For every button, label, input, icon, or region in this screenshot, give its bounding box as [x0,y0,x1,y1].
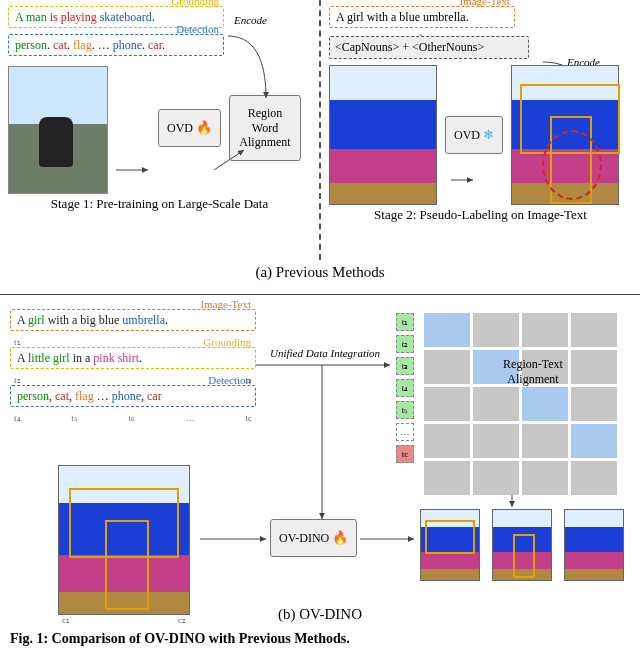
text-token: . … [92,38,113,52]
text-token: . [139,351,142,365]
text-token: car [148,38,162,52]
grid-cell [473,461,519,495]
panel-previous-methods: Grounding A man is playing skateboard. D… [0,0,640,295]
text-token: cat [53,38,67,52]
nouns-box: <CapNouns> + <OtherNouns> [329,36,529,59]
udi-label: Unified Data Integration [270,347,380,359]
grid-cell [473,350,519,384]
text-token: A [17,351,28,365]
imgtext-text-b: A girl with a big blue umbrella. [17,313,168,327]
text-token: is playing [47,10,100,24]
stage-row: Grounding A man is playing skateboard. D… [0,0,640,260]
subscript: tc [245,413,252,423]
skateboard-photo [8,66,108,194]
grid-cell [571,350,617,384]
text-token: umbrella [122,313,165,327]
text-token: flag [73,38,92,52]
grid-cell [424,350,470,384]
detection-tag-b: Detection [208,374,251,386]
grounding-tag-b: Grounding [203,336,251,348]
text-token: person [17,389,49,403]
subscript: t₅ [71,413,78,423]
region-word-label: Region Word Alignment [239,106,290,149]
ovdino-label: OV-DINO [279,531,329,545]
grid-cell [522,313,568,347]
grid-cell [571,387,617,421]
grid-cell [473,424,519,458]
snow-icon: ❄ [483,127,494,142]
grid-cell [571,424,617,458]
ovd-module-1: OVD 🔥 [158,109,221,147]
text-token: girl [28,313,48,327]
subscript: t₆ [129,413,136,423]
encode-label-1: Encode [234,14,267,26]
umbrella-photo-input [329,65,437,205]
text-token: car [147,389,162,403]
grounding-box-b: Grounding A little girl in a pink shirt. [10,347,256,369]
text-token: pink shirt [93,351,139,365]
text-token: phone [112,389,141,403]
crop-3 [564,509,624,581]
text-stack: Image-Text A girl with a big blue umbrel… [10,309,256,423]
crop-1 [420,509,480,581]
stage-1: Grounding A man is playing skateboard. D… [0,0,321,260]
text-token: in a [73,351,94,365]
token-cell: t₄ [396,379,414,397]
text-token: A [17,313,28,327]
token-cell: t₃ [396,357,414,375]
panel-ovdino: Image-Text A girl with a big blue umbrel… [0,295,640,625]
region-text-grid [424,313,617,495]
stage2-title: Stage 2: Pseudo-Labeling on Image-Text [329,205,632,223]
grid-cell [522,387,568,421]
imgtext-tag-a: Image-Text [459,0,510,7]
region-word-align-box: Region Word Alignment [229,95,301,160]
imgtext-caption: A girl with a blue umbrella. [336,10,469,24]
subscript: t₂ [14,375,21,385]
text-token: . [162,38,165,52]
grid-cell [473,313,519,347]
grid-cell [522,350,568,384]
token-cell: t₁ [396,313,414,331]
detection-box-b: Detection person, cat, flag … phone, car [10,385,256,407]
bbox-girl-b [105,520,149,610]
figure-footer: Fig. 1: Comparison of OV-DINO with Previ… [0,625,640,647]
token-column: t₁t₂t₃t₄t₅…tc [396,313,414,467]
text-token: … [94,389,112,403]
token-cell: tc [396,445,414,463]
text-token: little girl [28,351,73,365]
input-photo-b: c₁c₂ [58,465,190,625]
ovd-label-2: OVD [454,128,480,142]
text-token: . [165,313,168,327]
imgtext-tag-b: Image-Text [200,298,251,310]
grid-cell [571,461,617,495]
text-token: phone [113,38,142,52]
stage1-title: Stage 1: Pre-training on Large-Scale Dat… [8,194,311,212]
detection-text-a: person. cat. flag. … phone. car. [15,38,165,52]
detection-text-b: person, cat, flag … phone, car [17,389,162,403]
text-token: with a big blue [48,313,123,327]
nouns-text: <CapNouns> + <OtherNouns> [335,40,484,54]
grid-cell [522,424,568,458]
imgtext-box-a: Image-Text A girl with a blue umbrella. [329,6,515,28]
text-token: skateboard [100,10,152,24]
grounding-text-b: A little girl in a pink shirt. [17,351,142,365]
text-token: . [152,10,155,24]
output-crops [420,509,624,581]
ovdino-module: OV-DINO 🔥 [270,519,357,557]
grid-cell [424,424,470,458]
detection-subs: t₄t₅t₆…tc [10,413,256,423]
text-token: cat [55,389,69,403]
grounding-text-a: A man is playing skateboard. [15,10,155,24]
detection-tag: Detection [176,23,219,35]
grid-cell [571,313,617,347]
grounding-tag: Grounding [171,0,219,7]
grid-cell [522,461,568,495]
grid-cell [424,313,470,347]
crop-2 [492,509,552,581]
subscript: … [186,413,195,423]
token-cell: t₂ [396,335,414,353]
subscript: t₁ [14,337,21,347]
ovd-label-1: OVD [167,121,193,135]
caption-b: (b) OV-DINO [0,602,640,625]
umbrella-photo-annotated [511,65,619,205]
